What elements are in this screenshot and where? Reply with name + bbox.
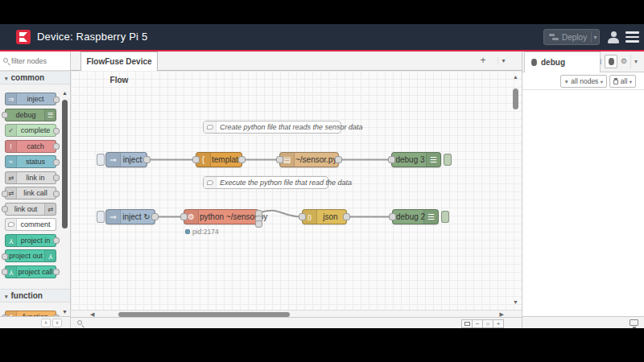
user-menu-button[interactable] [607, 31, 620, 43]
flow-list-caret[interactable]: ▾ [497, 57, 509, 64]
sidebar-tab-bar: debug i ▤ ⚙ ▾ [522, 51, 644, 72]
output-port[interactable] [343, 213, 350, 220]
comment-bubble-icon [204, 121, 217, 133]
wires [71, 71, 522, 310]
node-inject-1[interactable]: ⇒ inject [105, 152, 147, 167]
inject-trigger-button[interactable] [97, 154, 105, 166]
scroll-down-icon[interactable]: ▼ [513, 299, 518, 305]
inject-icon: ⇒ [106, 210, 121, 224]
chevron-down-icon: ▾ [5, 294, 8, 299]
zoom-reset-button[interactable]: ○ [482, 319, 493, 328]
inject-trigger-button[interactable] [97, 211, 105, 223]
input-port[interactable] [180, 213, 188, 220]
palette-node-catch[interactable]: ! catch [5, 140, 56, 153]
input-port[interactable] [299, 213, 306, 220]
comment-node-execute-python[interactable]: Execute the python file that read the da… [203, 176, 328, 189]
horizontal-scrollbar-thumb[interactable] [118, 312, 290, 317]
node-template[interactable]: { template [196, 152, 242, 167]
open-debug-window-icon[interactable] [630, 319, 638, 326]
output-port[interactable] [335, 156, 342, 163]
flowfuse-logo-icon [16, 30, 31, 44]
right-sidebar: debug i ▤ ⚙ ▾ ▼ all nodes ▾ all ▾ [522, 51, 644, 328]
expand-categories-button[interactable]: ∨ [52, 319, 62, 327]
output-port-3[interactable] [255, 220, 262, 228]
sidebar-tabs-caret[interactable]: ▾ [630, 55, 641, 68]
trash-icon [613, 78, 619, 84]
scroll-up-icon[interactable]: ▲ [513, 74, 518, 80]
main-menu-button[interactable] [625, 31, 639, 43]
palette-node-link-in[interactable]: ⇄ link in [5, 171, 56, 184]
palette-node-inject[interactable]: ⇒ inject [5, 93, 56, 105]
comment-bubble-icon [204, 177, 217, 188]
comment-node-create-python[interactable]: Create python file that reads the sensor… [203, 121, 341, 134]
canvas-horizontal-scrollbar[interactable]: ◀ ▶ [71, 310, 522, 317]
palette-node-project-in[interactable]: Y project in [5, 234, 56, 247]
palette-category-common[interactable]: ▾common [0, 71, 70, 84]
palette-node-project-call[interactable]: Y project call [5, 265, 56, 278]
navigator-button[interactable] [461, 319, 473, 328]
tab-debug[interactable]: debug [524, 51, 601, 72]
zoom-in-button[interactable]: + [493, 319, 504, 328]
config-gear-icon[interactable]: ⚙ [617, 55, 630, 68]
link-icon: ⇄ [44, 204, 56, 215]
palette-node-function[interactable]: ƒ function [5, 311, 56, 316]
debug-filter-button[interactable]: ▼ all nodes ▾ [560, 75, 607, 88]
palette-node-status[interactable]: ≈ status [5, 155, 56, 168]
palette-scrollbar[interactable]: ▲ ▼ [62, 92, 68, 313]
deploy-label: Deploy [562, 33, 587, 42]
zoom-out-button[interactable]: − [472, 319, 483, 328]
palette-node-project-out[interactable]: Y project out [5, 249, 56, 262]
output-port[interactable] [238, 156, 246, 163]
status-dot-icon [185, 229, 190, 234]
output-port[interactable] [151, 213, 159, 220]
vertical-scrollbar-thumb[interactable] [513, 88, 518, 109]
palette-node-link-call[interactable]: ⇄ link call [5, 187, 56, 200]
sidebar-footer [522, 316, 644, 328]
debug-toggle-button[interactable] [441, 211, 449, 223]
node-json[interactable]: {} json [302, 209, 347, 224]
scroll-up-icon[interactable]: ▲ [62, 90, 68, 96]
palette-node-complete[interactable]: ✓ complete [5, 124, 56, 137]
chevron-down-icon: ▾ [5, 76, 8, 81]
input-port[interactable] [388, 156, 395, 163]
debug-sidebar-icon: ☰ [44, 109, 56, 121]
user-icon [611, 31, 617, 37]
input-port[interactable] [389, 213, 396, 220]
palette-category-function[interactable]: ▾function [0, 289, 70, 302]
flow-tab-bar: FlowFuse Device Flow + ▾ [71, 51, 522, 71]
input-port[interactable] [192, 156, 200, 163]
flow-canvas[interactable]: Create python file that reads the sensor… [71, 71, 522, 310]
link-icon: ⇄ [6, 172, 17, 183]
collapse-categories-button[interactable]: ∧ [41, 319, 51, 327]
palette-node-debug[interactable]: ☰ debug [5, 109, 56, 121]
funnel-icon: ▼ [564, 79, 569, 84]
scroll-down-icon[interactable]: ▼ [62, 309, 68, 315]
palette-node-link-out[interactable]: ⇄ link out [5, 203, 56, 216]
output-port[interactable] [143, 156, 151, 163]
debug-toolbar: ▼ all nodes ▾ all ▾ [522, 72, 644, 90]
input-port[interactable] [276, 156, 283, 163]
search-icon [3, 58, 10, 65]
canvas-vertical-scrollbar[interactable]: ▲ ▼ [512, 74, 520, 305]
debug-toggle-button[interactable] [444, 154, 452, 166]
header: Device: Raspberry Pi 5 Deploy ▾ [0, 24, 644, 50]
node-debug-2[interactable]: ☰ debug 2 [392, 209, 439, 224]
node-file-sensor-py[interactable]: ▤ ~/sensor.py [279, 152, 339, 167]
deploy-options-caret[interactable]: ▾ [592, 34, 599, 41]
palette-node-comment[interactable]: comment [5, 218, 56, 231]
palette-scrollbar-thumb[interactable] [62, 100, 68, 228]
debug-tab-icon[interactable] [605, 55, 617, 68]
deploy-button[interactable]: Deploy ▾ [543, 29, 600, 45]
palette-filter-input[interactable] [11, 55, 64, 68]
node-status: pid:2174 [185, 228, 219, 236]
node-debug-3[interactable]: ☰ debug 3 [391, 152, 441, 167]
add-flow-button[interactable]: + [477, 55, 489, 66]
inject-icon: ⇒ [6, 93, 17, 105]
tab-flowfuse-device-flow[interactable]: FlowFuse Device Flow [80, 51, 158, 71]
node-python-daemon[interactable]: ⚙ python ~/sensor.py [184, 209, 259, 224]
debug-clear-button[interactable]: all ▾ [609, 75, 636, 88]
node-inject-2[interactable]: ⇒ inject ↻ [105, 209, 155, 224]
page-title: Device: Raspberry Pi 5 [37, 24, 147, 50]
search-flows-icon[interactable] [77, 320, 85, 327]
palette-filter [0, 51, 70, 71]
